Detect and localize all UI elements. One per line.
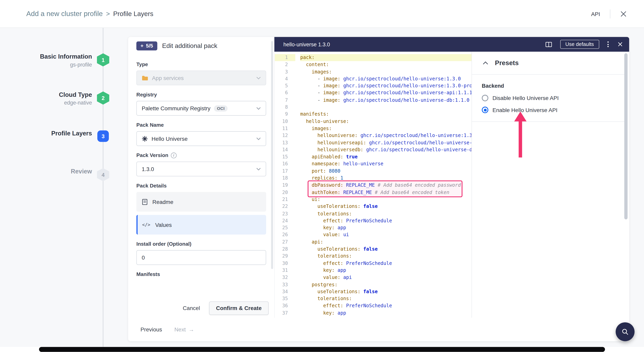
pack-details-label: Pack Details [136,183,266,189]
editor-gutter: 1234567891011121314151617181920212223242… [275,52,296,317]
breadcrumb: Add a new cluster profile > Profile Laye… [26,0,154,28]
editor-close-button[interactable] [617,41,624,47]
editor-scrollbar[interactable] [624,53,628,219]
arrow-right-icon: → [188,327,194,333]
editor-title: hello-universe 1.3.0 [283,41,330,47]
close-button[interactable] [620,11,627,17]
form-scrollbar[interactable] [271,41,273,269]
readme-tab[interactable]: Readme [136,192,266,211]
code-editor[interactable]: 1234567891011121314151617181920212223242… [274,52,472,318]
pack-logo-icon [142,136,148,142]
presets-title: Presets [495,59,519,66]
pack-name-value: Hello Universe [152,136,188,142]
breadcrumb-root[interactable]: Add a new cluster profile [26,10,103,18]
preset-option-label: Disable Hello Universe API [492,95,559,101]
step-label[interactable]: Review [71,167,92,176]
form-header: + 5/5 Edit additional pack [136,37,217,55]
window-edge [39,347,605,352]
pack-name-label: Pack Name [136,122,266,128]
pack-version-label: Pack Version i [136,153,266,158]
pack-count: 5/5 [146,43,153,49]
backend-group-label: Backend [482,83,615,89]
radio-selected-icon[interactable] [482,107,488,113]
chevron-down-icon [256,168,261,171]
registry-value: Palette Community Registry [142,105,210,111]
oci-badge: OCI [214,105,228,111]
close-icon [618,42,622,47]
chevron-down-icon [256,137,261,140]
kebab-icon [608,41,609,47]
presets-panel: Presets Backend Disable Hello Universe A… [472,52,625,318]
top-header: Add a new cluster profile > Profile Laye… [0,0,644,28]
type-select[interactable]: App services [136,70,266,85]
manifests-label: Manifests [136,271,266,277]
confirm-create-button[interactable]: Confirm & Create [209,301,268,315]
search-icon [620,327,630,336]
chevron-up-icon [482,61,488,65]
pack-form-panel: + 5/5 Edit additional pack Type App serv… [128,37,274,318]
close-icon [620,11,627,17]
presets-header: Presets [472,52,625,75]
form-fields: Type App services Registry Palette Commu… [136,55,266,281]
info-icon[interactable]: i [171,153,176,158]
type-value: App services [152,75,184,81]
editor-header: hello-universe 1.3.0 Use defaults [274,37,629,52]
use-defaults-button[interactable]: Use defaults [560,40,599,49]
folder-icon [142,75,148,81]
step-sublabel: edge-native [59,99,92,107]
step-label[interactable]: Cloud Type [59,91,92,99]
presets-group-backend: Backend Disable Hello Universe API Enabl… [472,75,625,122]
breadcrumb-separator: > [106,10,110,18]
search-fab[interactable] [616,322,634,341]
preset-option-enable-api[interactable]: Enable Hello Universe API [482,107,615,113]
step-label[interactable]: Profile Layers [51,129,92,137]
values-tab[interactable]: </> Values [136,215,266,234]
pack-count-badge: + 5/5 [136,41,157,50]
editor-code: pack: content: images: - image: ghcr.io/… [295,52,472,317]
plus-icon: + [140,43,143,49]
install-order-input[interactable] [142,254,261,261]
form-title: Edit additional pack [162,42,217,49]
stepper-line [103,28,104,347]
step-badge-square: 3 [97,131,109,142]
chevron-down-icon [256,107,261,110]
app-window: Add a new cluster profile > Profile Laye… [0,0,644,352]
api-link[interactable]: API [591,11,600,17]
preset-option-disable-api[interactable]: Disable Hello Universe API [482,95,615,101]
diff-view-button[interactable] [544,41,552,48]
cancel-button[interactable]: Cancel [183,305,200,311]
pack-version-value: 1.3.0 [142,166,154,172]
code-icon: </> [142,222,150,227]
editor-section: hello-universe 1.3.0 Use defaults 123456… [274,37,629,318]
values-tab-label: Values [155,222,172,228]
chevron-down-icon [256,76,261,79]
registry-select[interactable]: Palette Community Registry OCI [136,101,266,116]
step-sublabel: gs-profile [40,61,92,68]
install-order-label: Install order (Optional) [136,241,266,247]
pack-version-select[interactable]: 1.3.0 [136,162,266,176]
editor-menu-button[interactable] [607,41,610,48]
install-order-field [136,250,266,265]
header-divider [610,9,610,19]
header-actions: API [591,0,627,28]
split-view-icon [545,42,552,47]
type-label: Type [136,62,266,67]
pack-name-select[interactable]: Hello Universe [136,131,266,146]
preset-option-label: Enable Hello Universe API [492,107,558,113]
radio-unselected-icon[interactable] [482,95,488,101]
pack-editor-card: + 5/5 Edit additional pack Type App serv… [128,37,629,341]
readme-tab-label: Readme [152,199,174,205]
step-label[interactable]: Basic Information [40,52,92,61]
previous-button[interactable]: Previous [140,327,162,333]
presets-collapse-button[interactable] [482,60,489,66]
next-button: Next → [174,327,194,333]
wizard-footer: Previous Next → [128,318,629,341]
registry-label: Registry [136,92,266,98]
page-title: Profile Layers [113,10,154,18]
form-footer: Cancel Confirm & Create [128,298,274,318]
readme-icon [142,199,148,205]
